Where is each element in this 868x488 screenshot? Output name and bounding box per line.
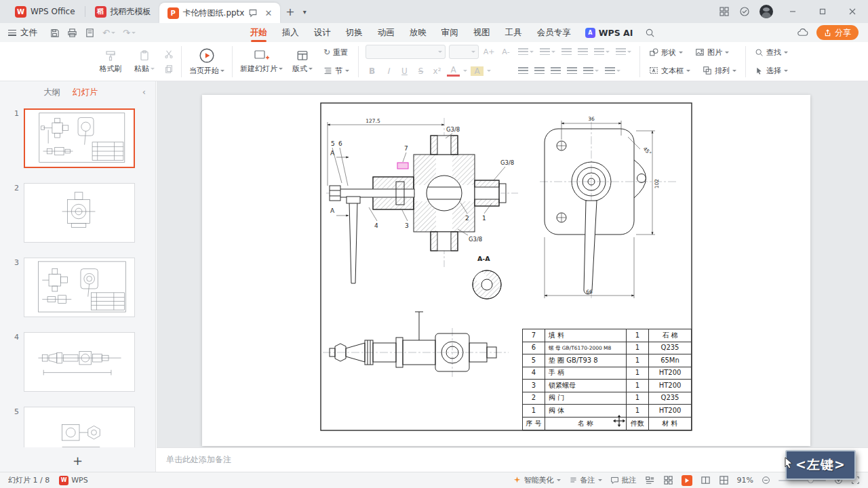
paste-button[interactable]: 粘贴	[127, 43, 161, 80]
decrease-indent-button[interactable]	[560, 48, 573, 56]
slide-canvas[interactable]: 5 6 7 A A 4 3 2 1 G3/8 G3/8 G3/8 127.5	[202, 95, 810, 446]
layout-button[interactable]: 版式	[285, 43, 319, 80]
home-tab[interactable]: W WPS Office	[7, 0, 83, 23]
sync-check-icon[interactable]	[739, 6, 750, 17]
font-family-select[interactable]	[366, 45, 446, 59]
grid-view-icon[interactable]	[719, 475, 729, 485]
text-direction-button[interactable]	[614, 48, 633, 56]
document-tab-active[interactable]: P 卡伦特图纸.pptx ✕	[159, 3, 281, 23]
undo-button[interactable]: ↶	[102, 28, 115, 38]
tab-animation[interactable]: 动画	[370, 23, 402, 42]
save-button[interactable]	[50, 28, 60, 38]
tab-view[interactable]: 视图	[466, 23, 498, 42]
align-right-button[interactable]	[549, 67, 562, 75]
normal-view-icon[interactable]	[645, 475, 655, 485]
comment-bubble-icon[interactable]	[248, 8, 258, 18]
reset-button[interactable]: ↻ 重置	[321, 45, 352, 60]
share-button[interactable]: 分享	[816, 25, 859, 40]
tab-review[interactable]: 审阅	[434, 23, 466, 42]
superscript-button[interactable]: x²	[431, 66, 443, 76]
redo-caret-icon[interactable]	[132, 32, 136, 36]
font-size-select[interactable]	[449, 45, 479, 59]
shapes-button[interactable]: 形状	[646, 45, 686, 60]
print-preview-button[interactable]	[85, 28, 95, 38]
callout-3: 3	[405, 222, 409, 229]
tab-member[interactable]: 会员专享	[530, 23, 578, 42]
numbering-button[interactable]	[538, 48, 557, 56]
user-avatar[interactable]	[760, 5, 773, 18]
slide-sorter-icon[interactable]	[663, 475, 673, 485]
white-cursor-icon	[784, 457, 795, 471]
align-left-button[interactable]	[517, 67, 530, 75]
tab-transition[interactable]: 切换	[338, 23, 370, 42]
add-slide-button[interactable]: +	[0, 454, 155, 468]
file-menu-button[interactable]: 文件	[0, 27, 45, 39]
format-painter-button[interactable]: 格式刷	[94, 43, 127, 80]
redo-button[interactable]: ↷	[123, 28, 136, 38]
tab-slides[interactable]: 幻灯片	[73, 87, 98, 98]
bold-button[interactable]: B	[366, 66, 378, 76]
slide-thumbnail-2[interactable]	[24, 183, 135, 243]
maximize-button[interactable]	[812, 0, 833, 23]
cut-icon[interactable]	[164, 49, 174, 59]
new-tab-button[interactable]: +	[280, 5, 300, 18]
textbox-button[interactable]: 文本框	[646, 63, 693, 78]
underline-button[interactable]: U	[398, 66, 411, 76]
tab-design[interactable]: 设计	[307, 23, 338, 42]
close-button[interactable]	[842, 0, 863, 23]
docer-template-tab[interactable]: 稻 找稻壳模板	[87, 0, 159, 23]
font-color-button[interactable]: A	[447, 65, 460, 77]
smart-beautify-button[interactable]: 智能美化	[513, 475, 561, 485]
bullets-button[interactable]	[517, 48, 535, 56]
reading-view-icon[interactable]	[701, 475, 711, 485]
columns-button[interactable]	[604, 67, 622, 75]
pt-no: 6	[523, 342, 545, 354]
tab-slideshow[interactable]: 放映	[402, 23, 434, 42]
picture-button[interactable]: 图片	[692, 45, 732, 60]
find-button[interactable]: 查找	[752, 45, 791, 60]
new-slide-button[interactable]: 新建幻灯片	[237, 43, 285, 80]
slide-thumbnail-4[interactable]	[24, 332, 135, 392]
highlight-button[interactable]: A	[471, 66, 484, 76]
slide-thumbnail-1[interactable]	[24, 108, 135, 168]
play-from-current-button[interactable]: 当页开始	[186, 43, 227, 80]
align-center-button[interactable]	[533, 67, 546, 75]
zoom-percentage[interactable]: 91%	[737, 476, 753, 485]
copy-icon[interactable]	[164, 64, 174, 74]
cloud-sync-icon[interactable]	[797, 28, 808, 38]
increase-indent-button[interactable]	[576, 48, 589, 56]
tab-home[interactable]: 开始	[243, 23, 275, 42]
notes-toggle-button[interactable]: 备注	[569, 475, 602, 485]
parts-table: 7 填 料 1 石 棉 6 螺 母 GB/T6170-2000 M8 1 Q23…	[522, 329, 692, 430]
distribute-button[interactable]	[582, 67, 600, 75]
select-button[interactable]: 选择	[752, 63, 791, 78]
strikethrough-button[interactable]: S	[414, 66, 427, 76]
minimize-button[interactable]	[783, 0, 803, 23]
tab-list-caret-icon[interactable]: ▾	[300, 8, 309, 16]
line-spacing-button[interactable]	[593, 48, 611, 56]
tab-outline[interactable]: 大纲	[43, 87, 60, 98]
wps-status-item[interactable]: W WPS	[59, 476, 88, 485]
increase-font-button[interactable]: A+	[482, 47, 496, 56]
table-row: 4 手 柄 1 HT200	[523, 367, 691, 380]
apps-grid-icon[interactable]	[719, 6, 730, 17]
zoom-out-icon[interactable]	[762, 476, 770, 485]
undo-caret-icon[interactable]	[111, 32, 115, 36]
italic-button[interactable]: I	[382, 66, 395, 76]
close-tab-icon[interactable]: ✕	[264, 8, 272, 18]
search-button[interactable]	[645, 28, 655, 38]
justify-button[interactable]	[566, 67, 578, 75]
notes-bar[interactable]: 单击此处添加备注	[157, 447, 868, 472]
section-button[interactable]: 节	[321, 63, 352, 78]
decrease-font-button[interactable]: A-	[499, 47, 513, 56]
tab-tools[interactable]: 工具	[498, 23, 530, 42]
wps-ai-button[interactable]: A WPS AI	[585, 28, 633, 38]
slide-thumbnail-3[interactable]	[24, 258, 135, 317]
slide-thumbnail-5[interactable]	[24, 407, 135, 447]
arrange-button[interactable]: 排列	[700, 63, 739, 78]
collapse-panel-icon[interactable]: ‹	[142, 87, 146, 97]
print-button[interactable]	[67, 28, 77, 38]
tab-insert[interactable]: 插入	[275, 23, 307, 42]
slideshow-play-button[interactable]	[682, 475, 692, 486]
comments-button[interactable]: 批注	[610, 475, 637, 485]
